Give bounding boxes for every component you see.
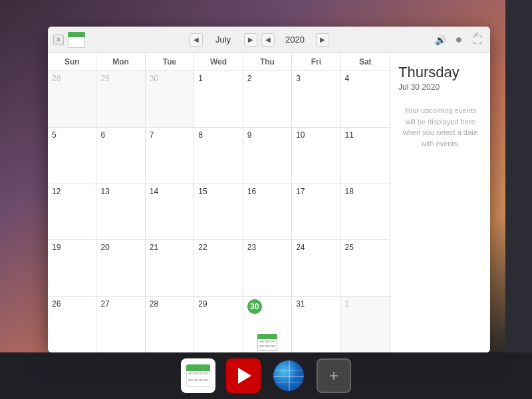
prev-month-button[interactable]: ◀ [190, 33, 203, 47]
calendar-cell-icon [257, 334, 277, 351]
day-cell[interactable]: 17 [292, 184, 340, 240]
titlebar-left: × [53, 32, 85, 48]
taskbar: + [0, 352, 532, 399]
day-cell[interactable]: 10 [292, 128, 340, 184]
day-cell[interactable]: 31 [292, 297, 340, 352]
earth-icon [273, 360, 304, 391]
day-headers: Sun Mon Tue Wed Thu Fri Sat [48, 53, 390, 71]
selected-day-date: Jul 30 2020 [398, 82, 482, 92]
day-cell[interactable]: 1 [341, 297, 390, 352]
titlebar-center: ◀ July ▶ ◀ 2020 ▶ [85, 33, 433, 47]
day-cell[interactable]: 30 [146, 71, 194, 127]
day-cell[interactable]: 18 [341, 184, 390, 240]
add-icon: + [329, 368, 338, 384]
week-row: 19 20 21 22 23 24 25 [48, 240, 390, 297]
day-cell[interactable]: 22 [194, 240, 243, 296]
week-row: 12 13 14 15 16 17 18 [48, 184, 390, 241]
selected-day-name: Thursday [398, 64, 482, 81]
header-sun: Sun [48, 53, 96, 70]
week-row: 26 27 28 29 30 [48, 297, 390, 352]
day-cell[interactable]: 14 [146, 184, 194, 240]
day-cell[interactable]: 16 [243, 184, 292, 240]
day-cell[interactable]: 25 [341, 240, 390, 296]
sound-button[interactable]: 🔊 [433, 33, 448, 47]
day-cell[interactable]: 15 [194, 184, 243, 240]
day-cell[interactable]: 28 [48, 71, 96, 127]
day-cell[interactable]: 7 [146, 128, 194, 184]
day-cell[interactable]: 2 [243, 71, 292, 127]
calendar-body: Sun Mon Tue Wed Thu Fri Sat 28 29 30 1 2… [48, 53, 490, 352]
calendar-window: × ◀ July ▶ ◀ 2020 ▶ 🔊 ● ⛶ Su [48, 27, 490, 352]
event-sidebar: Thursday Jul 30 2020 Your upcoming event… [390, 53, 490, 352]
taskbar-add-button[interactable]: + [317, 358, 351, 393]
day-cell[interactable]: 8 [194, 128, 243, 184]
weeks: 28 29 30 1 2 3 4 5 6 7 8 9 10 11 [48, 71, 390, 352]
day-cell[interactable]: 24 [292, 240, 340, 296]
header-sat: Sat [341, 53, 390, 70]
header-tue: Tue [146, 53, 194, 70]
day-cell[interactable]: 13 [96, 184, 145, 240]
taskbar-browser-app[interactable] [271, 358, 306, 393]
week-row: 5 6 7 8 9 10 11 [48, 128, 390, 184]
day-cell[interactable]: 12 [48, 184, 96, 240]
play-icon [238, 368, 251, 384]
header-thu: Thu [243, 53, 292, 70]
day-cell[interactable]: 28 [146, 297, 194, 352]
header-fri: Fri [292, 53, 340, 70]
next-month-button[interactable]: ▶ [244, 33, 257, 47]
day-cell[interactable]: 3 [292, 71, 340, 127]
day-cell[interactable]: 21 [146, 240, 194, 296]
day-cell[interactable]: 19 [48, 240, 96, 296]
day-cell[interactable]: 29 [194, 297, 243, 352]
prev-year-button[interactable]: ◀ [261, 33, 275, 47]
titlebar: × ◀ July ▶ ◀ 2020 ▶ 🔊 ● ⛶ [48, 27, 490, 53]
header-mon: Mon [96, 53, 145, 70]
events-placeholder: Your upcoming events will be displayed h… [398, 105, 482, 149]
day-cell[interactable]: 27 [96, 297, 145, 352]
month-label: July [207, 35, 240, 45]
next-year-button[interactable]: ▶ [316, 33, 329, 47]
day-cell[interactable]: 5 [48, 128, 96, 184]
day-cell[interactable]: 11 [341, 128, 390, 184]
close-button[interactable]: × [53, 35, 64, 45]
day-cell[interactable]: 23 [243, 240, 292, 296]
header-wed: Wed [194, 53, 243, 70]
day-cell[interactable]: 29 [96, 71, 145, 127]
week-row: 28 29 30 1 2 3 4 [48, 71, 390, 128]
taskbar-calendar-app[interactable] [181, 358, 215, 393]
theme-button[interactable]: ● [452, 33, 466, 47]
day-cell[interactable]: 20 [96, 240, 145, 296]
day-cell[interactable]: 4 [341, 71, 390, 127]
calendar-grid: Sun Mon Tue Wed Thu Fri Sat 28 29 30 1 2… [48, 53, 390, 352]
outer-close-btn[interactable]: × [473, 29, 479, 39]
day-cell[interactable]: 6 [96, 128, 145, 184]
app-icon [68, 32, 85, 48]
day-cell[interactable]: 1 [194, 71, 243, 127]
day-cell[interactable]: 26 [48, 297, 96, 352]
taskbar-cal-icon [186, 364, 210, 387]
today-cell[interactable]: 30 [243, 297, 292, 352]
year-label: 2020 [279, 35, 312, 45]
taskbar-youtube-app[interactable] [226, 358, 261, 393]
day-cell[interactable]: 9 [243, 128, 292, 184]
